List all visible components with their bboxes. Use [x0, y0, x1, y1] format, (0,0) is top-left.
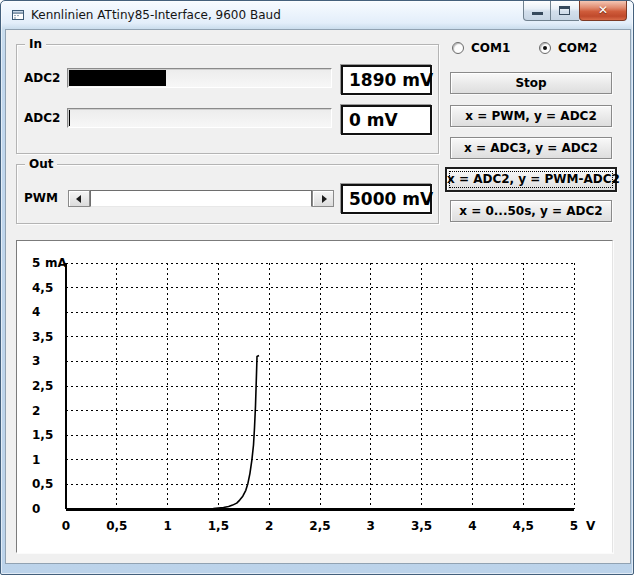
form-icon — [10, 7, 26, 23]
mode-button-adc3-adc2[interactable]: x = ADC3, y = ADC2 — [450, 137, 612, 159]
chart-canvas: 00,511,522,533,544,55mA00,511,522,533,54… — [17, 241, 612, 552]
in-groupbox: In — [16, 44, 439, 154]
out-group-label: Out — [25, 157, 57, 171]
scrollbar-track[interactable] — [90, 190, 312, 207]
svg-text:3: 3 — [367, 519, 375, 533]
com1-radio[interactable]: COM1 — [452, 41, 510, 55]
svg-text:4: 4 — [468, 519, 476, 533]
svg-text:1,5: 1,5 — [32, 428, 53, 442]
svg-text:5: 5 — [32, 256, 40, 270]
svg-text:1: 1 — [32, 453, 40, 467]
maximize-icon — [559, 6, 570, 15]
adc2-progressbar-1 — [67, 68, 332, 88]
in-group-label: In — [25, 37, 46, 51]
adc2-value-2: 0 mV — [341, 105, 432, 135]
svg-text:5: 5 — [570, 519, 578, 533]
svg-text:2,5: 2,5 — [32, 379, 53, 393]
app-window: Kennlinien ATtiny85-Interface, 9600 Baud… — [0, 0, 634, 575]
right-arrow-icon — [322, 195, 327, 203]
adc2-progressbar-2 — [67, 108, 332, 128]
minimize-button[interactable] — [523, 1, 551, 21]
adc2-progress-fill-1 — [69, 70, 166, 86]
svg-text:4: 4 — [32, 305, 40, 319]
svg-text:0,5: 0,5 — [106, 519, 127, 533]
maximize-button[interactable] — [551, 1, 579, 21]
com2-radio[interactable]: COM2 — [539, 41, 597, 55]
left-arrow-icon — [76, 195, 81, 203]
close-button[interactable]: ✕ — [579, 1, 627, 21]
svg-text:2: 2 — [32, 404, 40, 418]
svg-text:0: 0 — [62, 519, 70, 533]
svg-text:V: V — [586, 519, 596, 533]
pwm-scrollbar[interactable] — [68, 190, 334, 207]
window-controls: ✕ — [523, 1, 627, 21]
svg-text:3,5: 3,5 — [32, 330, 53, 344]
svg-text:3: 3 — [32, 354, 40, 368]
svg-text:1: 1 — [163, 519, 171, 533]
svg-text:2: 2 — [265, 519, 273, 533]
svg-text:2,5: 2,5 — [309, 519, 330, 533]
adc2-value-1: 1890 mV — [341, 65, 432, 95]
chart-panel: 00,511,522,533,544,55mA00,511,522,533,54… — [16, 240, 613, 553]
minimize-icon — [532, 12, 543, 15]
adc2-label-1: ADC2 — [24, 71, 60, 85]
pwm-value: 5000 mV — [341, 184, 432, 214]
close-icon: ✕ — [580, 3, 626, 17]
mode-button-0-50s-adc2[interactable]: x = 0...50s, y = ADC2 — [450, 200, 612, 222]
svg-text:1,5: 1,5 — [208, 519, 229, 533]
adc2-label-2: ADC2 — [24, 111, 60, 125]
radio-icon — [452, 42, 464, 54]
stop-button[interactable]: Stop — [450, 72, 612, 94]
mode-button-adc2-pwmadc2[interactable]: x = ADC2, y = PWM-ADC2 — [445, 167, 617, 192]
title-bar[interactable]: Kennlinien ATtiny85-Interface, 9600 Baud… — [1, 1, 633, 29]
radio-icon — [539, 42, 551, 54]
scrollbar-left-button[interactable] — [68, 190, 90, 207]
svg-text:mA: mA — [45, 256, 68, 270]
window-title: Kennlinien ATtiny85-Interface, 9600 Baud — [31, 8, 281, 22]
svg-text:0: 0 — [32, 502, 40, 516]
scrollbar-right-button[interactable] — [312, 190, 334, 207]
com2-label: COM2 — [558, 41, 597, 55]
svg-text:3,5: 3,5 — [411, 519, 432, 533]
pwm-label: PWM — [24, 191, 58, 205]
svg-text:4,5: 4,5 — [32, 281, 53, 295]
client-area: In ADC2 1890 mV ADC2 0 mV Out PWM 5000 m… — [5, 29, 631, 564]
svg-text:0,5: 0,5 — [32, 477, 53, 491]
mode-button-pwm-adc2[interactable]: x = PWM, y = ADC2 — [450, 105, 612, 127]
com1-label: COM1 — [471, 41, 510, 55]
svg-text:4,5: 4,5 — [513, 519, 534, 533]
